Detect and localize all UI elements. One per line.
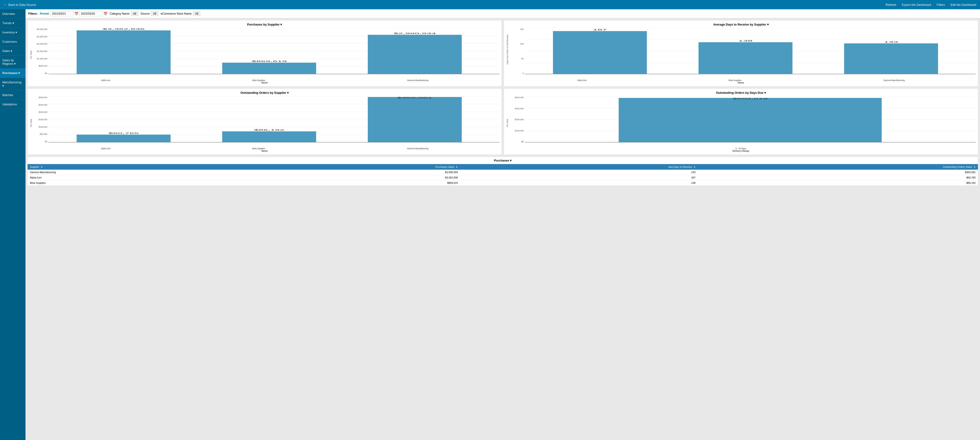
- sidebar-item-customers[interactable]: Customers: [0, 37, 25, 46]
- svg-rect-22: [844, 43, 938, 74]
- y-tick-6: $500,000: [38, 65, 47, 67]
- export-button[interactable]: Export the Dashboard: [902, 3, 931, 6]
- chart2-y-tick-3: 50: [521, 57, 523, 60]
- dashboard-grid: Purchases by Supplier ▾ $3,000,000 $2,50…: [25, 18, 980, 440]
- chart1-bar3-label: Gamma Manufacturing: [407, 79, 428, 81]
- category-filter: Category Name: All: [110, 11, 138, 16]
- filters-button[interactable]: Filters: [937, 3, 945, 6]
- back-to-datasource[interactable]: ← Back to Data Source: [4, 3, 36, 6]
- row1-supplier: Gamma Manufacturing: [28, 170, 256, 175]
- category-all-button[interactable]: All: [131, 11, 138, 16]
- calendar-to-icon[interactable]: 📅: [103, 12, 107, 16]
- chart2-y-tick-2: 100: [520, 43, 523, 45]
- chart2-bar1-label: Alpha Iron: [577, 79, 587, 81]
- sort-outstanding-icon[interactable]: ⇅: [974, 166, 975, 168]
- svg-rect-31: [77, 135, 171, 142]
- main-layout: Overview Trends ▾ Inventory ▾ Customers …: [0, 9, 980, 440]
- sort-purchases-icon[interactable]: ⇅: [456, 166, 458, 168]
- chart1-title[interactable]: Purchases by Supplier ▾: [30, 23, 499, 26]
- period-dropdown[interactable]: Period:: [40, 12, 49, 15]
- top-bar: ← Back to Data Source Refresh Export the…: [0, 0, 980, 9]
- purchases-table-panel: Purchases ▾ Supplier ⇅ Purchases Value ⇅: [27, 157, 978, 186]
- chart2-bar2-label: Beta Supplies: [729, 79, 741, 81]
- chart3-y-tick-2: $250,000: [38, 104, 47, 106]
- table-header-row: Supplier ⇅ Purchases Value ⇅ Avg Days to…: [28, 164, 978, 170]
- chart2-x-title: Name: [506, 81, 975, 84]
- chart2-x-labels: Alpha Iron Beta Supplies Gamma Manufactu…: [506, 79, 975, 81]
- table-title[interactable]: Purchases ▾: [28, 157, 978, 164]
- chart3-y-tick-4: $150,000: [38, 118, 47, 121]
- refresh-button[interactable]: Refresh: [886, 3, 896, 6]
- sidebar-item-manufacturing[interactable]: Manufacturing ▾: [0, 78, 25, 91]
- svg-text:$60,765: $60,765: [108, 132, 139, 134]
- row1-purchases: $2,990,934: [256, 170, 460, 175]
- source-all-button[interactable]: All: [151, 11, 158, 16]
- y-tick-2: $2,500,000: [37, 35, 47, 38]
- row3-avgdays: 138: [460, 180, 698, 186]
- sidebar-item-purchases[interactable]: Purchases ▾: [0, 69, 25, 78]
- table-row: Beta Supplies $869,619 138 $86,192: [28, 180, 978, 186]
- svg-rect-35: [368, 97, 462, 142]
- chart3-y-tick-7: $0: [45, 140, 47, 143]
- sidebar-item-sales-by-regions[interactable]: Sales by Regions ▾: [0, 56, 25, 69]
- row2-outstanding: $60,765: [698, 175, 978, 180]
- category-label: Category Name:: [110, 12, 130, 15]
- col-purchases-value: Purchases Value ⇅: [256, 164, 460, 170]
- sidebar-item-validations[interactable]: Validations: [0, 100, 25, 109]
- edit-button[interactable]: Edit the Dashboard: [951, 3, 976, 6]
- y-tick-1: $3,000,000: [37, 28, 47, 30]
- chart3-y-tick-1: $300,000: [38, 96, 47, 99]
- row1-avgdays: 133: [460, 170, 698, 175]
- sidebar-item-inventory[interactable]: Inventory ▾: [0, 28, 25, 37]
- chart4-y-tick-4: $100,000: [515, 129, 523, 132]
- chart4-bar1-label: 0 - 30 Days: [736, 147, 746, 150]
- svg-text:133: 133: [884, 41, 898, 43]
- calendar-from-icon[interactable]: 📅: [75, 12, 78, 16]
- ecommerce-all-button[interactable]: All: [193, 11, 200, 16]
- chart1-bar1-label: Alpha Iron: [101, 79, 110, 81]
- row3-purchases: $869,619: [256, 180, 460, 186]
- chart3-svg: $60,765 $86,192 $355,061: [48, 96, 499, 143]
- svg-text:$86,192: $86,192: [254, 129, 285, 131]
- period-filter: Period: 📅 📅: [40, 11, 107, 16]
- chart4-title[interactable]: Outstanding Orders by Days Due ▾: [506, 91, 975, 94]
- chart2-title[interactable]: Average Days to Receive by Supplier ▾: [506, 23, 975, 26]
- col-avg-days: Avg Days to Receive ⇅: [460, 164, 698, 170]
- chart2-y-tick-1: 150: [520, 28, 523, 30]
- chart4-x-labels: 0 - 30 Days: [506, 147, 975, 150]
- chart1-x-labels: Alpha Iron Beta Supplies Gamma Manufactu…: [30, 79, 499, 81]
- chart4-y-tick-5: $0: [521, 140, 523, 143]
- y-tick-7: $0: [45, 72, 47, 75]
- sidebar-item-trends[interactable]: Trends ▾: [0, 19, 25, 28]
- sort-avgdays-icon[interactable]: ⇅: [694, 166, 695, 168]
- chart2-bar3-label: Gamma Manufacturing: [883, 79, 905, 81]
- row2-supplier: Alpha Iron: [28, 175, 256, 180]
- table-row: Gamma Manufacturing $2,990,934 133 $355,…: [28, 170, 978, 175]
- svg-rect-33: [222, 131, 316, 142]
- filter-bar: Filters: Period: 📅 📅 Category Name: All …: [25, 9, 980, 18]
- sidebar-item-sales[interactable]: Sales ▾: [0, 46, 25, 56]
- table-row: Alpha Iron $3,362,836 187 $60,765: [28, 175, 978, 180]
- svg-text:$3,362,836: $3,362,836: [102, 28, 145, 30]
- date-from-input[interactable]: [50, 11, 73, 16]
- chart3-x-title: Name: [30, 150, 499, 152]
- chart3-y-label: PO Total: [30, 119, 32, 127]
- date-to-input[interactable]: [79, 11, 102, 16]
- chart3-y-tick-3: $200,000: [38, 111, 47, 113]
- sort-supplier-icon[interactable]: ⇅: [41, 166, 43, 168]
- sidebar-item-batches[interactable]: Batches: [0, 91, 25, 100]
- chart4-y-tick-3: $200,000: [515, 118, 523, 121]
- chart4-y-tick-1: $400,000: [515, 96, 523, 99]
- svg-text:$2,990,934: $2,990,934: [393, 32, 436, 35]
- chart2-svg: 187 138 133: [525, 28, 975, 75]
- chart3-title[interactable]: Outstanding Orders by Supplier ▾: [30, 91, 499, 94]
- col-supplier: Supplier ⇅: [28, 164, 256, 170]
- outstanding-orders-days-chart: Outstanding Orders by Days Due ▾ $400,00…: [504, 88, 978, 155]
- y-tick-3: $2,000,000: [37, 43, 47, 45]
- svg-rect-9: [222, 63, 316, 74]
- svg-rect-42: [619, 98, 882, 142]
- chart3-y-tick-5: $100,000: [38, 126, 47, 128]
- sidebar-item-overview[interactable]: Overview: [0, 9, 25, 19]
- purchases-table: Supplier ⇅ Purchases Value ⇅ Avg Days to…: [28, 164, 978, 186]
- chart3-bar3-label: Gamma Manufacturing: [407, 147, 428, 150]
